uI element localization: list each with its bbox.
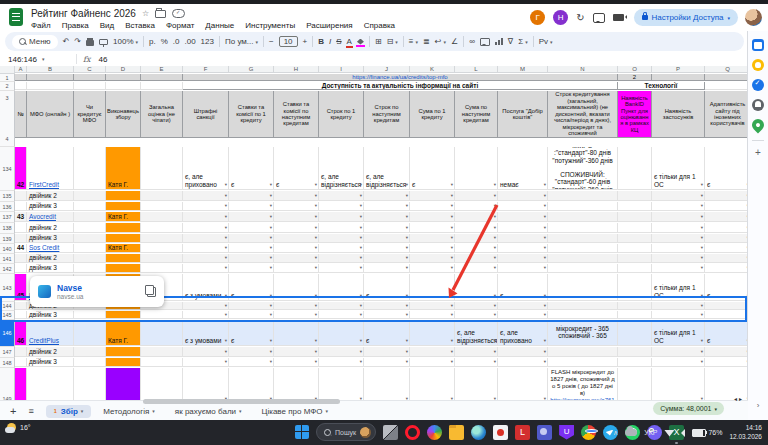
grid-cell[interactable]: двійник 3	[27, 311, 74, 319]
grid-cell[interactable]: ▾	[183, 264, 229, 273]
grid-cell[interactable]	[548, 234, 618, 243]
grid-cell[interactable]	[548, 244, 618, 253]
grid-cell[interactable]: ▾	[183, 191, 229, 201]
row-header-140[interactable]: 140	[0, 244, 15, 254]
grid-cell[interactable]	[618, 264, 652, 273]
grid-cell[interactable]: ▾	[274, 264, 319, 273]
grid-cell[interactable]: ▾	[498, 358, 548, 367]
grid-cell[interactable]	[15, 302, 27, 310]
cell-dropdown-icon[interactable]: ▾	[315, 214, 317, 219]
cell-dropdown-icon[interactable]: ▾	[225, 349, 227, 354]
cell-dropdown-icon[interactable]: ▾	[406, 293, 408, 298]
column-header-F[interactable]: F	[183, 66, 229, 73]
cell-dropdown-icon[interactable]: ▾	[270, 182, 272, 187]
battery-indicator[interactable]: 76%	[692, 429, 722, 437]
row-header-144[interactable]: 144	[0, 302, 15, 311]
column-header-P[interactable]: P	[652, 66, 705, 73]
grid-cell[interactable]	[74, 244, 106, 253]
grid-cell[interactable]: є▾	[274, 147, 319, 190]
grid-cell[interactable]	[618, 147, 652, 190]
cell-dropdown-icon[interactable]: ▾	[270, 214, 272, 219]
cell-dropdown-icon[interactable]: ▾	[544, 203, 546, 208]
cell-dropdown-icon[interactable]: ▾	[225, 225, 227, 230]
document-title[interactable]: Рейтинг Файненс 2026	[31, 8, 136, 19]
cell-dropdown-icon[interactable]: ▾	[451, 214, 453, 219]
finance-ua-link[interactable]: https://finance.ua/ua/credits/top-mfo	[352, 74, 447, 80]
menu-Вид[interactable]: Вид	[100, 21, 114, 30]
tasks-icon[interactable]	[752, 79, 764, 91]
grid-cell[interactable]	[618, 274, 652, 301]
designer-icon[interactable]	[427, 425, 442, 440]
grid-cell[interactable]	[74, 234, 106, 243]
grid-cell[interactable]: є, але приховано▾	[498, 320, 548, 346]
italic-button[interactable]: I	[329, 37, 331, 46]
grid-cell[interactable]: ▾	[319, 212, 364, 222]
grid-cell[interactable]: ▾	[319, 202, 364, 211]
add-addon-button[interactable]: +	[748, 147, 768, 158]
menu-Вставка[interactable]: Вставка	[125, 21, 155, 30]
grid-cell[interactable]: двійник 3	[27, 202, 74, 211]
grid-cell[interactable]	[618, 320, 652, 346]
comments-icon[interactable]	[593, 13, 605, 23]
grid-cell[interactable]	[15, 82, 27, 90]
grid-cell[interactable]: є з умовами▾	[183, 320, 229, 346]
font-size-increase-button[interactable]: +	[303, 37, 308, 46]
grid-cell[interactable]: ▾	[410, 223, 455, 233]
grid-cell[interactable]	[141, 234, 183, 243]
row-header-141[interactable]: 141	[0, 254, 15, 264]
grid-cell[interactable]: є▾	[364, 274, 410, 301]
grid-cell[interactable]: ▾	[183, 223, 229, 233]
grid-cell[interactable]	[74, 254, 106, 263]
font-size-decrease-button[interactable]: −	[269, 37, 274, 46]
tab-menu-icon[interactable]: ▾	[152, 408, 155, 414]
cell-dropdown-icon[interactable]: ▾	[494, 193, 496, 198]
menu-Справка[interactable]: Справка	[364, 21, 395, 30]
liga-icon[interactable]: L	[515, 425, 530, 440]
grid-cell[interactable]	[548, 358, 618, 367]
grid-cell[interactable]: є тільки для 1 ОС▾	[652, 274, 705, 301]
cell-dropdown-icon[interactable]: ▾	[494, 225, 496, 230]
grid-cell[interactable]: ▾	[274, 347, 319, 357]
version-history-icon[interactable]: ↻	[576, 12, 584, 23]
cell-dropdown-icon[interactable]: ▾	[406, 245, 408, 250]
grid-cell[interactable]: ▾	[498, 223, 548, 233]
keep-icon[interactable]	[752, 59, 764, 71]
collaborator-avatar-1[interactable]: Г	[530, 10, 545, 25]
grid-cell[interactable]: Катя Г.	[106, 244, 141, 253]
row-header-147[interactable]: 147	[0, 347, 15, 358]
cell-link[interactable]: CreditPlus	[29, 337, 71, 344]
cell-dropdown-icon[interactable]: ▾	[360, 225, 362, 230]
grid-cell[interactable]: ▾	[410, 320, 455, 346]
grid-cell[interactable]: ▾	[652, 347, 705, 357]
insert-link-button[interactable]: ∞	[469, 37, 475, 46]
grid-cell[interactable]: ▾	[229, 264, 274, 273]
grid-cell[interactable]: ▾	[229, 234, 274, 243]
link-preview-title[interactable]: Navse	[57, 283, 83, 293]
cell-dropdown-icon[interactable]: ▾	[701, 245, 703, 250]
grid-cell[interactable]: МІКРО :"стандарт"-80 днів "потужний"-360…	[548, 147, 618, 190]
grid-cell[interactable]	[74, 223, 106, 233]
grid-cell[interactable]: ▾	[410, 274, 455, 301]
tray-expand-icon[interactable]: ∧	[613, 429, 618, 437]
cell-link[interactable]: Avocredit	[29, 213, 71, 220]
row-header-135[interactable]: 135	[0, 191, 15, 202]
grid-cell[interactable]: ▾	[274, 234, 319, 243]
grid-cell[interactable]: ▾	[364, 311, 410, 319]
cell-dropdown-icon[interactable]: ▾	[270, 349, 272, 354]
cell-dropdown-icon[interactable]: ▾	[701, 182, 703, 187]
grid-cell[interactable]	[106, 191, 141, 201]
row-header-136[interactable]: 136	[0, 202, 15, 212]
onedrive-icon[interactable]	[625, 429, 637, 436]
increase-decimals-button[interactable]: .00	[184, 37, 195, 46]
grid-cell[interactable]	[15, 234, 27, 243]
grid-cell[interactable]: ▾	[229, 347, 274, 357]
grid-cell[interactable]: ▾	[319, 302, 364, 310]
grid-cell[interactable]: ▾	[319, 274, 364, 301]
cell-dropdown-icon[interactable]: ▾	[701, 214, 703, 219]
cell-dropdown-icon[interactable]: ▾	[494, 182, 496, 187]
text-rotate-button[interactable]: ∠	[451, 37, 458, 46]
cell-dropdown-icon[interactable]: ▾	[701, 265, 703, 270]
cell-dropdown-icon[interactable]: ▾	[494, 349, 496, 354]
cell-dropdown-icon[interactable]: ▾	[701, 193, 703, 198]
grid-cell[interactable]: є, але приховано▾	[183, 147, 229, 190]
